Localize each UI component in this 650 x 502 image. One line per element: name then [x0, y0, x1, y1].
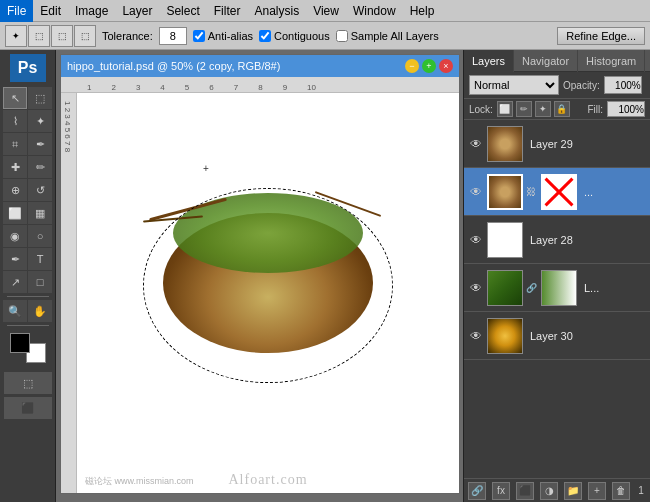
close-button[interactable]: × [439, 59, 453, 73]
layer-visibility-toggle[interactable]: 👁 [468, 328, 484, 344]
toolbar-separator-2 [7, 325, 49, 326]
menu-view[interactable]: View [306, 0, 346, 22]
layer-thumbnail [487, 222, 523, 258]
magic-wand-icon[interactable]: ✦ [5, 25, 27, 47]
lock-all-button[interactable]: 🔒 [554, 101, 570, 117]
opacity-input[interactable] [604, 76, 642, 94]
options-bar: ✦ ⬚ ⬚ ⬚ Tolerance: Anti-alias Contiguous… [0, 22, 650, 50]
type-tool[interactable]: T [28, 248, 52, 270]
tab-histogram[interactable]: Histogram [578, 50, 645, 72]
history-tool[interactable]: ↺ [28, 179, 52, 201]
rect-select-icon[interactable]: ⬚ [28, 25, 50, 47]
move-tool[interactable]: ↖ [3, 87, 27, 109]
layer-link-icon: 🔗 [526, 283, 536, 293]
menu-file[interactable]: File [0, 0, 33, 22]
anti-alias-checkbox[interactable] [193, 30, 205, 42]
lock-move-button[interactable]: ✦ [535, 101, 551, 117]
quick-select-tool[interactable]: ✦ [28, 110, 52, 132]
menu-filter[interactable]: Filter [207, 0, 248, 22]
document-canvas[interactable]: + Alfoart.com 磁论坛 www.missmian.com [77, 93, 459, 493]
quick-mask-tool[interactable]: ⬚ [4, 372, 52, 394]
layer-item[interactable]: 👁 Layer 29 [464, 120, 650, 168]
lasso-tool[interactable]: ⌇ [3, 110, 27, 132]
brush-tool[interactable]: ✏ [28, 156, 52, 178]
eraser-tool[interactable]: ⬜ [3, 202, 27, 224]
layer-visibility-toggle[interactable]: 👁 [468, 184, 484, 200]
maximize-button[interactable]: + [422, 59, 436, 73]
marquee-tool[interactable]: ⬚ [28, 87, 52, 109]
layer-visibility-toggle[interactable]: 👁 [468, 280, 484, 296]
document-title-bar: hippo_tutorial.psd @ 50% (2 copy, RGB/8#… [61, 55, 459, 77]
fill-label: Fill: [587, 104, 603, 115]
delete-layer-button[interactable]: 🗑 [612, 482, 630, 500]
panel-close-button[interactable]: × [645, 50, 650, 71]
menu-edit[interactable]: Edit [33, 0, 68, 22]
mask-x-icon [543, 174, 575, 210]
menu-select[interactable]: Select [159, 0, 206, 22]
blur-tool[interactable]: ◉ [3, 225, 27, 247]
refine-edge-button[interactable]: Refine Edge... [557, 27, 645, 45]
layers-list: 👁 Layer 29 👁 ⛓ ... 👁 [464, 120, 650, 478]
folder-button[interactable]: 📁 [564, 482, 582, 500]
lasso-icon[interactable]: ⬚ [51, 25, 73, 47]
foreground-color-swatch[interactable] [10, 333, 30, 353]
link-layers-button[interactable]: 🔗 [468, 482, 486, 500]
page-indicator: 1 [638, 485, 644, 496]
menu-layer[interactable]: Layer [115, 0, 159, 22]
lock-icons: ⬜ ✏ ✦ 🔒 [497, 101, 570, 117]
tolerance-input[interactable] [159, 27, 187, 45]
document-body: 1 2 3 4 5 6 7 8 [61, 93, 459, 493]
tool-options-icons: ✦ ⬚ ⬚ ⬚ [5, 25, 96, 47]
contiguous-checkbox[interactable] [259, 30, 271, 42]
magic-icon[interactable]: ⬚ [74, 25, 96, 47]
layer-item-selected[interactable]: 👁 ⛓ ... [464, 168, 650, 216]
menu-bar: File Edit Image Layer Select Filter Anal… [0, 0, 650, 22]
menu-window[interactable]: Window [346, 0, 403, 22]
menu-image[interactable]: Image [68, 0, 115, 22]
toolbar: Ps ↖ ⬚ ⌇ ✦ ⌗ ✒ ✚ ✏ ⊕ ↺ ⬜ ▦ ◉ ○ ✒ [0, 50, 56, 502]
hand-tool[interactable]: ✋ [28, 300, 52, 322]
lock-paint-button[interactable]: ✏ [516, 101, 532, 117]
minimize-button[interactable]: − [405, 59, 419, 73]
menu-help[interactable]: Help [403, 0, 442, 22]
anti-alias-label: Anti-alias [208, 30, 253, 42]
clone-tool[interactable]: ⊕ [3, 179, 27, 201]
crop-tool[interactable]: ⌗ [3, 133, 27, 155]
document-title: hippo_tutorial.psd @ 50% (2 copy, RGB/8#… [67, 60, 402, 72]
layer-name: Layer 29 [526, 138, 646, 150]
eyedropper-tool[interactable]: ✒ [28, 133, 52, 155]
layer-item[interactable]: 👁 🔗 L... [464, 264, 650, 312]
color-swatches[interactable] [10, 333, 46, 363]
layer-style-button[interactable]: fx [492, 482, 510, 500]
lock-transparency-button[interactable]: ⬜ [497, 101, 513, 117]
adjustment-button[interactable]: ◑ [540, 482, 558, 500]
add-mask-button[interactable]: ⬛ [516, 482, 534, 500]
layer-visibility-toggle[interactable]: 👁 [468, 136, 484, 152]
shape-tool[interactable]: □ [28, 271, 52, 293]
tab-layers[interactable]: Layers [464, 50, 514, 72]
dodge-tool[interactable]: ○ [28, 225, 52, 247]
contiguous-group: Contiguous [259, 30, 330, 42]
canvas-area: hippo_tutorial.psd @ 50% (2 copy, RGB/8#… [56, 50, 463, 502]
gradient-tool[interactable]: ▦ [28, 202, 52, 224]
layer-item[interactable]: 👁 Layer 30 [464, 312, 650, 360]
zoom-tool[interactable]: 🔍 [3, 300, 27, 322]
screen-mode-tool[interactable]: ⬛ [4, 397, 52, 419]
layer-thumbnail [487, 174, 523, 210]
fill-input[interactable] [607, 101, 645, 117]
tab-navigator[interactable]: Navigator [514, 50, 578, 72]
panel-tabs: Layers Navigator Histogram × [464, 50, 650, 72]
layer-thumbnail [487, 318, 523, 354]
heal-tool[interactable]: ✚ [3, 156, 27, 178]
blend-mode-select[interactable]: Normal Multiply Screen Overlay [469, 75, 559, 95]
layer-visibility-toggle[interactable]: 👁 [468, 232, 484, 248]
layer-item[interactable]: 👁 Layer 28 [464, 216, 650, 264]
layer-thumbnail [487, 270, 523, 306]
lock-row: Lock: ⬜ ✏ ✦ 🔒 Fill: [464, 99, 650, 120]
menu-analysis[interactable]: Analysis [247, 0, 306, 22]
layer-thumbnail [487, 126, 523, 162]
path-select-tool[interactable]: ↗ [3, 271, 27, 293]
new-layer-button[interactable]: + [588, 482, 606, 500]
sample-all-checkbox[interactable] [336, 30, 348, 42]
pen-tool[interactable]: ✒ [3, 248, 27, 270]
